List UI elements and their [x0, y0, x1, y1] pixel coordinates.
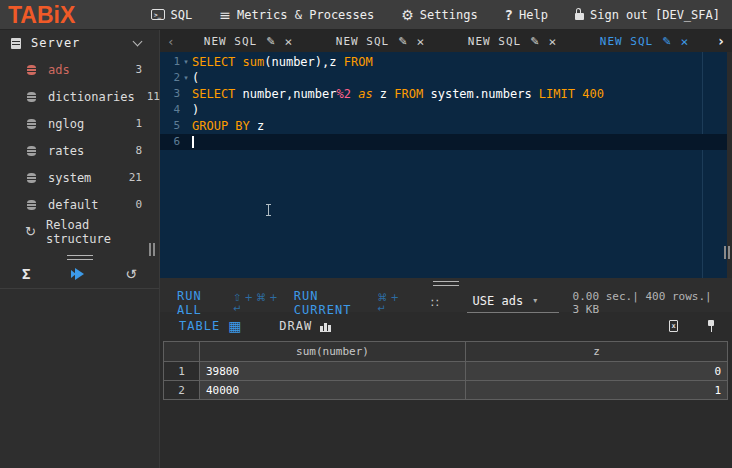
sidebar-item-system[interactable]: system 21 [0, 164, 159, 191]
export-excel-icon[interactable]: x [669, 320, 678, 332]
server-label: Server [31, 36, 80, 50]
editor-line-6-active[interactable]: 6 [160, 134, 727, 150]
history-icon[interactable]: ↺ [125, 266, 137, 282]
run-all-shortcut: ⇧ + ⌘ + ↵ [233, 292, 280, 314]
database-name: ads [48, 63, 70, 77]
tab-label: NEW SQL [336, 35, 389, 48]
sigma-icon[interactable]: Σ [22, 266, 30, 282]
sidebar-item-default[interactable]: default 0 [0, 191, 159, 218]
database-icon [27, 200, 36, 210]
table-count: 11 [147, 90, 160, 103]
close-icon[interactable]: × [284, 36, 292, 47]
table-row[interactable]: 2 40000 1 [164, 381, 728, 400]
run-toolbar: RUN ALL ⇧ + ⌘ + ↵ RUN CURRENT ⌘ + ↵ ∷ US… [160, 278, 732, 312]
table-count: 3 [135, 63, 142, 76]
tab-scroll-left-icon[interactable]: ‹ [160, 34, 182, 49]
fold-marker-icon[interactable]: ▾ [180, 54, 192, 70]
text-cursor [192, 136, 194, 148]
sidebar-divider [0, 288, 159, 289]
cell-sum[interactable]: 40000 [200, 381, 466, 400]
column-header-sum-number[interactable]: sum(number) [200, 342, 466, 362]
menu-label: SQL [171, 8, 193, 22]
cell-z[interactable]: 0 [466, 362, 728, 381]
tab-new-sql-3[interactable]: NEW SQL ✎ × [446, 35, 578, 48]
results-table: sum(number) z 1 39800 0 2 40000 1 [163, 341, 728, 400]
menu-label: Settings [420, 8, 478, 22]
tab-table[interactable]: TABLE ▦ [179, 319, 241, 333]
menu-label: Help [519, 8, 548, 22]
chevron-down-icon [133, 37, 143, 47]
database-icon [27, 92, 36, 102]
main-area: ‹ NEW SQL ✎ × NEW SQL ✎ × NEW SQL ✎ × NE… [160, 30, 732, 468]
editor-line-2[interactable]: 2 ▾ ( [160, 70, 727, 86]
question-icon: ? [505, 7, 513, 23]
column-header-z[interactable]: z [466, 342, 728, 362]
server-selector[interactable]: Server [0, 30, 159, 56]
list-icon: ≡ [219, 9, 231, 21]
close-icon[interactable]: × [548, 36, 556, 47]
sql-editor[interactable]: 1 ▾ SELECT sum(number),z FROM 2 ▾ ( 3 SE… [160, 52, 727, 278]
table-count: 21 [129, 171, 142, 184]
sidebar-splitter-grip[interactable] [149, 243, 155, 256]
top-header: TABiX >_ SQL ≡ Metrics & Processes ⚙ Set… [0, 0, 732, 30]
fold-marker-icon[interactable]: ▾ [180, 70, 192, 86]
menu-label: Sign out [DEV_SFA] [590, 8, 720, 22]
database-name: system [48, 171, 91, 185]
table-row[interactable]: 1 39800 0 [164, 362, 728, 381]
editor-resize-handle[interactable] [433, 281, 459, 286]
menu-item-help[interactable]: ? Help [505, 7, 548, 23]
mouse-ibeam-cursor [265, 204, 272, 216]
line-number: 3 [160, 86, 180, 102]
menu-item-settings[interactable]: ⚙ Settings [401, 8, 477, 22]
header-menu: >_ SQL ≡ Metrics & Processes ⚙ Settings … [151, 7, 732, 23]
run-current-shortcut: ⌘ + ↵ [377, 292, 405, 314]
editor-line-3[interactable]: 3 SELECT number,number%2 as z FROM syste… [160, 86, 727, 102]
tab-label: NEW SQL [468, 35, 521, 48]
sidebar-item-nglog[interactable]: nglog 1 [0, 110, 159, 137]
close-icon[interactable]: × [416, 36, 424, 47]
editor-line-1[interactable]: 1 ▾ SELECT sum(number),z FROM [160, 54, 727, 70]
database-icon [27, 119, 36, 129]
database-name: rates [48, 144, 84, 158]
database-name: default [48, 198, 99, 212]
tab-new-sql-4-active[interactable]: NEW SQL ✎ × [578, 35, 710, 48]
menu-item-sql[interactable]: >_ SQL [151, 8, 193, 22]
database-name: dictionaries [48, 90, 135, 104]
chevron-down-icon: ▾ [533, 296, 537, 305]
right-splitter-grip[interactable] [724, 246, 730, 259]
editor-line-4[interactable]: 4 ) [160, 102, 727, 118]
table-count: 0 [135, 198, 142, 211]
reload-structure-button[interactable]: ↻ Reload structure [0, 218, 159, 245]
edit-pencil-icon[interactable]: ✎ [530, 35, 539, 48]
menu-item-sign-out[interactable]: Sign out [DEV_SFA] [575, 8, 720, 22]
line-number: 5 [160, 118, 180, 134]
edit-pencil-icon[interactable]: ✎ [662, 35, 671, 48]
tab-draw[interactable]: DRAW [279, 319, 330, 333]
line-number: 6 [160, 134, 180, 150]
tab-new-sql-2[interactable]: NEW SQL ✎ × [314, 35, 446, 48]
edit-pencil-icon[interactable]: ✎ [398, 35, 407, 48]
cell-sum[interactable]: 39800 [200, 362, 466, 381]
cell-z[interactable]: 1 [466, 381, 728, 400]
pin-icon[interactable] [706, 320, 716, 333]
database-icon [27, 173, 36, 183]
tab-new-sql-1[interactable]: NEW SQL ✎ × [182, 35, 314, 48]
gear-icon: ⚙ [401, 8, 414, 22]
table-grid-icon: ▦ [228, 319, 241, 333]
database-use-select[interactable]: USE ads ▾ [467, 294, 559, 313]
editor-line-5[interactable]: 5 GROUP BY z [160, 118, 727, 134]
table-count: 8 [135, 144, 142, 157]
edit-pencil-icon[interactable]: ✎ [266, 35, 275, 48]
tabix-logo: TABiX [0, 1, 83, 29]
row-index: 1 [164, 362, 200, 381]
menu-item-metrics-processes[interactable]: ≡ Metrics & Processes [219, 8, 374, 22]
sidebar-item-rates[interactable]: rates 8 [0, 137, 159, 164]
sidebar-resize-handle[interactable] [67, 255, 93, 260]
sidebar-item-ads[interactable]: ads 3 [0, 56, 159, 83]
expand-icon[interactable]: ∷ [431, 296, 439, 310]
sidebar-item-dictionaries[interactable]: dictionaries 11 [0, 83, 159, 110]
menu-label: Metrics & Processes [237, 8, 374, 22]
close-icon[interactable]: × [680, 36, 688, 47]
tab-scroll-right-icon[interactable]: › [710, 33, 732, 49]
process-arrow-icon[interactable] [71, 268, 84, 280]
